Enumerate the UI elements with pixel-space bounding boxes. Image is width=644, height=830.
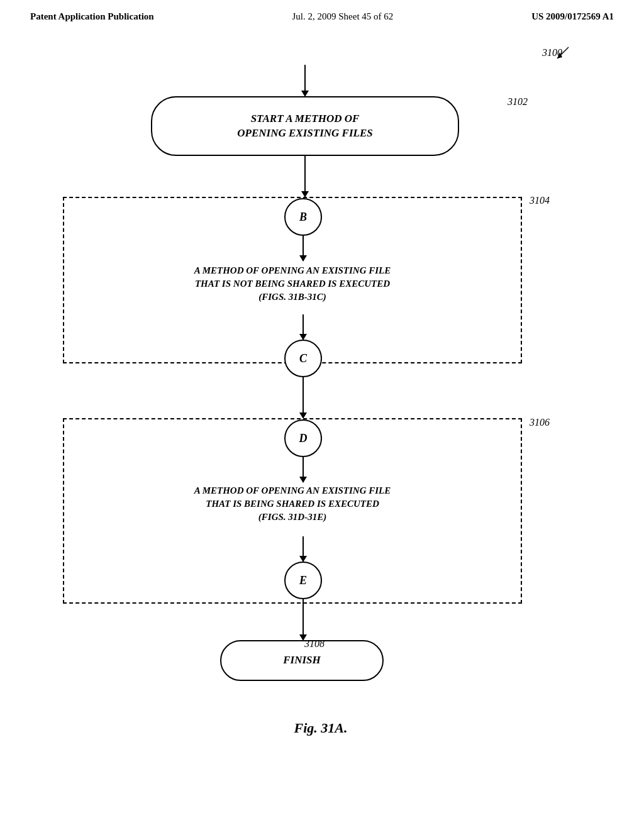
page-header: Patent Application Publication Jul. 2, 2… [0,0,644,28]
arrow-C-to-D [303,377,304,418]
diagram-area: 3100 START A METHOD OFOPENING EXISTING F… [0,28,644,783]
svg-marker-1 [557,52,562,58]
start-node-label: START A METHOD OFOPENING EXISTING FILES [237,112,372,140]
header-right: US 2009/0172569 A1 [531,11,614,22]
connector-E: E [284,562,322,599]
ref-3102: 3102 [508,96,528,108]
arrow-B-to-text [303,236,304,261]
connector-D: D [284,419,322,457]
arrow-D-to-text [303,457,304,482]
arrow-text-to-C [303,314,304,340]
figure-label: Fig. 31A. [239,720,402,736]
ref-3100-arrow [551,46,570,65]
arrow-start-to-b [304,156,306,197]
start-node: START A METHOD OFOPENING EXISTING FILES [151,96,459,156]
finish-node-label: FINISH [283,653,321,667]
ref-3104: 3104 [530,195,550,206]
finish-node: FINISH [220,640,384,681]
header-center: Jul. 2, 2009 Sheet 45 of 62 [292,11,394,22]
arrow-top-to-start [304,65,306,96]
connector-C: C [284,340,322,377]
ref-3108: 3108 [304,638,325,650]
ref-3106: 3106 [530,417,550,428]
box-3106-text: A METHOD OF OPENING AN EXISTING FILE THA… [88,484,497,524]
connector-B: B [284,198,322,236]
arrow-text-to-E [303,536,304,562]
arrow-E-to-finish [303,599,304,640]
box-3104-text: A METHOD OF OPENING AN EXISTING FILE THA… [88,264,497,304]
header-left: Patent Application Publication [30,11,154,22]
